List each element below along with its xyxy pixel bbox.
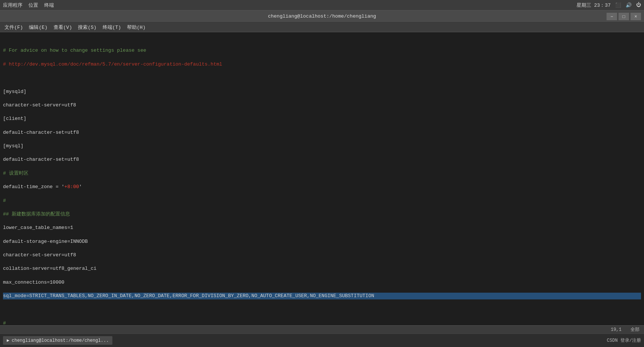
network-icon: ⬛ xyxy=(615,2,621,8)
close-button[interactable]: × xyxy=(631,13,641,20)
editor-line: default-character-set=utf8 xyxy=(3,129,641,136)
editor-line: # http://dev.mysql.com/doc/refman/5.7/en… xyxy=(3,61,641,68)
editor-line: character-set-server=utf8 xyxy=(3,252,641,259)
editor-line: [client] xyxy=(3,115,641,122)
system-bar: 应用程序 位置 终端 星期三 23：37 ⬛ 🔊 ⏻ xyxy=(0,0,644,10)
window-title: chengliang@localhost:/home/chengliang xyxy=(268,13,376,19)
menu-search[interactable]: 搜索(S) xyxy=(75,22,99,32)
taskbar: ▶ chengliang@localhost:/home/chengl... C… xyxy=(0,334,644,347)
datetime-display: 星期三 23：37 xyxy=(577,2,611,9)
system-bar-right: 星期三 23：37 ⬛ 🔊 ⏻ xyxy=(577,2,641,9)
cursor-position: 19,1 xyxy=(611,327,622,332)
menu-view[interactable]: 查看(V) xyxy=(51,22,75,32)
title-bar: chengliang@localhost:/home/chengliang − … xyxy=(0,10,644,22)
taskbar-right-text: CSDN 登录/注册 xyxy=(607,338,641,343)
terminal-menu[interactable]: 终端 xyxy=(44,2,54,9)
menu-bar: 文件(F) 编辑(E) 查看(V) 搜索(S) 终端(T) 帮助(H) xyxy=(0,22,644,32)
editor-line: sql_mode=STRICT_TRANS_TABLES,NO_ZERO_IN_… xyxy=(3,293,641,299)
editor-line: lower_case_table_names=1 xyxy=(3,224,641,231)
editor-line: default-time_zone = '+8:00' xyxy=(3,184,641,190)
editor-line: # 设置时区 xyxy=(3,170,641,177)
taskbar-right: CSDN 登录/注册 xyxy=(607,337,641,344)
app-menu[interactable]: 应用程序 xyxy=(3,2,22,9)
taskbar-item-label: chengliang@localhost:/home/chengl... xyxy=(12,338,109,343)
editor-line xyxy=(3,75,641,81)
location-menu[interactable]: 位置 xyxy=(28,2,38,9)
editor-line: default-storage-engine=INNODB xyxy=(3,238,641,245)
editor[interactable]: # For advice on how to change settings p… xyxy=(0,32,644,325)
maximize-button[interactable]: □ xyxy=(619,13,629,20)
menu-file[interactable]: 文件(F) xyxy=(1,22,26,32)
editor-line: ## 新建数据库添加的配置信息 xyxy=(3,211,641,218)
menu-help[interactable]: 帮助(H) xyxy=(124,22,148,32)
editor-line xyxy=(3,307,641,313)
editor-line: default-character-set=utf8 xyxy=(3,156,641,163)
editor-line: # xyxy=(3,320,641,325)
volume-icon: 🔊 xyxy=(626,2,632,8)
minimize-button[interactable]: − xyxy=(607,13,617,20)
terminal-icon: ▶ xyxy=(7,338,9,343)
menu-terminal[interactable]: 终端(T) xyxy=(100,22,124,32)
editor-line: collation-server=utf8_general_ci xyxy=(3,265,641,272)
power-icon: ⏻ xyxy=(636,2,641,8)
status-bar: 19,1 全部 xyxy=(0,325,644,334)
editor-line: # xyxy=(3,197,641,204)
view-mode: 全部 xyxy=(631,326,640,333)
menu-edit[interactable]: 编辑(E) xyxy=(26,22,50,32)
editor-content[interactable]: # For advice on how to change settings p… xyxy=(0,32,644,325)
window-controls: − □ × xyxy=(607,13,641,20)
editor-line: [mysqld] xyxy=(3,88,641,95)
system-bar-left: 应用程序 位置 终端 xyxy=(3,2,54,9)
taskbar-terminal[interactable]: ▶ chengliang@localhost:/home/chengl... xyxy=(3,336,112,345)
editor-line: [mysql] xyxy=(3,143,641,150)
editor-line: character-set-server=utf8 xyxy=(3,102,641,109)
editor-line: max_connections=10000 xyxy=(3,279,641,286)
editor-line: # For advice on how to change settings p… xyxy=(3,47,641,54)
